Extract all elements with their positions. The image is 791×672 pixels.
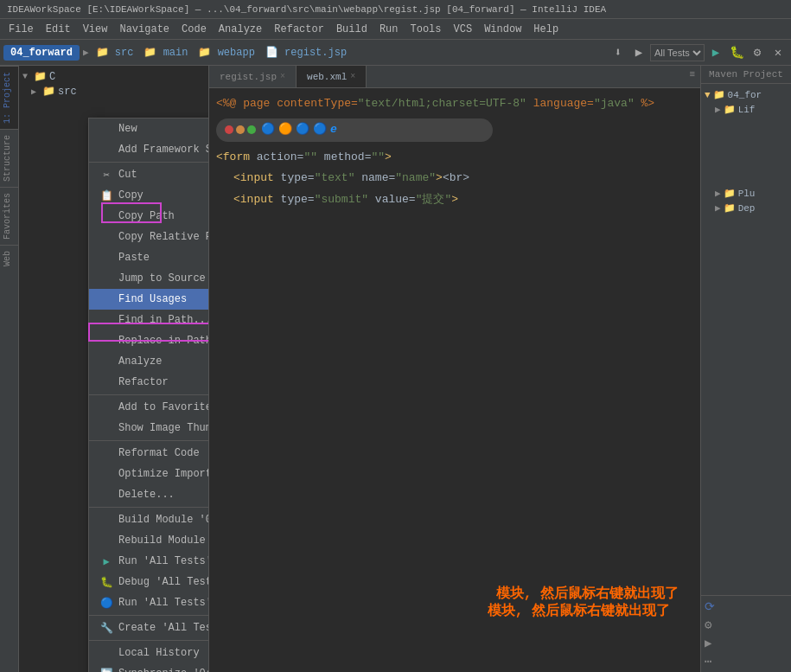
settings-icon[interactable]: ⚙: [748, 43, 767, 62]
context-menu: New Add Framework Support... ✂Cut Ctrl+X…: [88, 118, 209, 672]
menu-edit[interactable]: Edit: [41, 22, 76, 37]
editor-area: regist.jsp × web.xml × ≡ <%@ page conten…: [209, 66, 700, 672]
project-breadcrumb[interactable]: 04_forward: [3, 45, 80, 61]
maven-header: Maven Project: [701, 66, 791, 84]
ctx-add-favorites[interactable]: Add to Favorites: [89, 397, 209, 418]
ctx-new[interactable]: New: [89, 118, 209, 139]
ctx-optimize-imports[interactable]: Optimize Imports Ctrl+Alt+O: [89, 464, 209, 484]
menu-help[interactable]: Help: [528, 22, 564, 37]
maven-more-icon[interactable]: ⋯: [705, 654, 788, 669]
close-icon[interactable]: ✕: [769, 43, 788, 62]
separator-6: [89, 640, 209, 641]
ctx-delete[interactable]: Delete... Delete: [89, 484, 209, 505]
close-webxml-tab[interactable]: ×: [350, 72, 355, 81]
toolbar-icon-2[interactable]: ▶: [629, 43, 648, 62]
path-main: 📁 main: [140, 44, 191, 61]
menu-analyze[interactable]: Analyze: [214, 22, 267, 37]
ctx-refactor[interactable]: Refactor: [89, 372, 209, 393]
maven-folder-icon: 📁: [713, 89, 725, 100]
tree-item-src[interactable]: ▶ 📁 src: [19, 84, 208, 99]
ctx-create-all-tests[interactable]: 🔧Create 'All Tests'...: [89, 618, 209, 638]
green-dot: [247, 125, 256, 134]
maven-spacer-bottom: [701, 219, 791, 595]
ctx-jump-to-source[interactable]: Jump to Source F4: [89, 268, 209, 289]
maven-lifecycle-label: Lif: [738, 105, 756, 115]
cut-icon: ✂: [99, 168, 113, 182]
ie-icon: e: [330, 121, 337, 139]
maven-dependencies[interactable]: ▶ 📁 Dep: [705, 201, 788, 215]
debug-tests-icon: 🐛: [99, 575, 113, 589]
debug-icon[interactable]: 🐛: [727, 43, 746, 62]
maven-settings-icon[interactable]: ⚙: [705, 618, 788, 632]
tab-project[interactable]: 1: Project: [0, 66, 18, 129]
ctx-reformat-code[interactable]: Reformat Code Ctrl+Alt+L: [89, 443, 209, 464]
run-icon[interactable]: ▶: [706, 43, 725, 62]
ctx-debug-all-tests[interactable]: 🐛Debug 'All Tests': [89, 572, 209, 592]
maven-plugins-label: Plu: [738, 189, 756, 199]
yellow-dot: [236, 125, 245, 134]
ctx-run-all-tests[interactable]: ▶Run 'All Tests' Ctrl+Shift+F10: [89, 551, 209, 572]
tab-favorites[interactable]: Favorites: [0, 187, 18, 245]
ctx-synchronize[interactable]: 🔄Synchronize '04_forward': [89, 663, 209, 672]
coverage-icon: 🔵: [99, 596, 113, 610]
maven-lifecycles[interactable]: ▶ 📁 Lif: [705, 102, 788, 117]
ctx-build-module[interactable]: Build Module '04_forward': [89, 509, 209, 530]
tab-regist-jsp[interactable]: regist.jsp ×: [209, 66, 297, 87]
separator-5: [89, 615, 209, 616]
ctx-rebuild-module[interactable]: Rebuild Module '04_forward' Ctrl+Shift+F…: [89, 530, 209, 551]
run-tests-icon: ▶: [99, 554, 113, 568]
annotation-overlay: 模块, 然后鼠标右键就出现了: [488, 602, 670, 620]
ctx-copy-path[interactable]: Copy Path Ctrl+Shift+C: [89, 206, 209, 227]
left-sidebar-tabs: 1: Project Structure Favorites Web: [0, 66, 19, 672]
title-text: IDEAWorkSpace [E:\IDEAWorkSpace] — ...\0…: [7, 4, 606, 15]
maven-deps-label: Dep: [738, 203, 756, 214]
menu-build[interactable]: Build: [331, 22, 373, 37]
code-line-3: <input type="text" name="name"><br>: [216, 170, 693, 188]
ctx-local-history[interactable]: Local History: [89, 643, 209, 663]
toolbar-icon-1[interactable]: ⬇: [609, 43, 628, 62]
separator-4: [89, 507, 209, 508]
menu-window[interactable]: Window: [479, 22, 526, 37]
run-config-select[interactable]: All Tests: [650, 44, 705, 61]
code-line-4: <input type="submit" value="提交">: [216, 191, 693, 209]
tab-web[interactable]: Web: [0, 245, 18, 272]
ctx-cut[interactable]: ✂Cut Ctrl+X: [89, 164, 209, 185]
menu-run[interactable]: Run: [374, 22, 404, 37]
toolbar-icons: ⬇ ▶ All Tests ▶ 🐛 ⚙ ✕: [609, 43, 788, 62]
menu-navigate[interactable]: Navigate: [114, 22, 175, 37]
ctx-analyze[interactable]: Analyze: [89, 351, 209, 372]
tree-root[interactable]: ▼ 📁 C: [19, 69, 208, 84]
ctx-add-framework[interactable]: Add Framework Support...: [89, 139, 209, 160]
annotation-text: 模块, 然后鼠标右键就出现了: [496, 585, 679, 603]
ctx-run-with-coverage[interactable]: 🔵Run 'All Tests' with Coverage: [89, 592, 209, 613]
tab-web-xml[interactable]: web.xml ×: [297, 66, 367, 87]
ctx-find-usages[interactable]: Find Usages Alt+F7: [89, 289, 209, 310]
maven-root-label: 04_for: [728, 90, 762, 100]
maven-action-icons: ⟳ ⚙ ▶ ⋯: [701, 595, 791, 672]
ctx-replace-in-path[interactable]: Replace in Path... Ctrl+Shift+R: [89, 330, 209, 351]
maven-refresh-icon[interactable]: ⟳: [705, 599, 788, 614]
menu-tools[interactable]: Tools: [405, 22, 447, 37]
maven-root-expand[interactable]: ▼ 📁 04_for: [705, 87, 788, 102]
separator-1: [89, 162, 209, 163]
menu-bar: File Edit View Navigate Code Analyze Ref…: [0, 19, 791, 40]
menu-view[interactable]: View: [78, 22, 113, 37]
maven-lifecycle-arrow: ▶: [715, 104, 721, 115]
menu-code[interactable]: Code: [176, 22, 212, 37]
ctx-copy-relative-path[interactable]: Copy Relative Path Ctrl+Alt+Shift+C: [89, 227, 209, 247]
ctx-show-thumbnails[interactable]: Show Image Thumbnails Ctrl+Shift+T: [89, 418, 209, 438]
menu-refactor[interactable]: Refactor: [269, 22, 329, 37]
maven-plugins[interactable]: ▶ 📁 Plu: [705, 186, 788, 201]
maven-run-icon[interactable]: ▶: [705, 636, 788, 650]
menu-vcs[interactable]: VCS: [449, 22, 478, 37]
maven-tree: ▼ 📁 04_for ▶ 📁 Lif ▶ 📁 Plu ▶ 📁 Dep: [701, 84, 791, 219]
close-regist-tab[interactable]: ×: [280, 72, 285, 81]
tab-structure[interactable]: Structure: [0, 129, 18, 187]
menu-file[interactable]: File: [3, 22, 39, 37]
new-icon: [99, 122, 113, 136]
path-src: 📁 src: [92, 44, 137, 61]
ctx-paste[interactable]: Paste Ctrl+V: [89, 247, 209, 268]
ctx-copy[interactable]: 📋Copy Ctrl+C: [89, 185, 209, 206]
ctx-find-in-path[interactable]: Find in Path... Ctrl+Shift+F: [89, 310, 209, 330]
maven-deps-icon: 📁: [724, 202, 736, 214]
